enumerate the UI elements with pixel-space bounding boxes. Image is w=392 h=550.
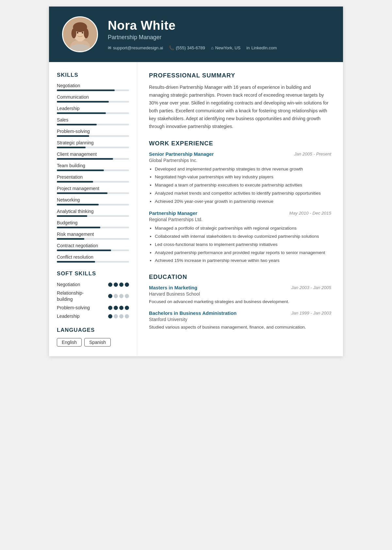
skill-item: Contract negotiation bbox=[57, 243, 129, 251]
svg-point-7 bbox=[77, 32, 78, 34]
skill-item: Problem-solving bbox=[57, 129, 129, 137]
dot bbox=[119, 314, 123, 318]
skill-name: Negotiation bbox=[57, 83, 129, 88]
skill-name: Problem-solving bbox=[57, 129, 129, 134]
skill-bar bbox=[57, 192, 129, 194]
edu-header: Bachelors in Business Administration Jan… bbox=[149, 311, 331, 316]
skill-item: Analytical thinking bbox=[57, 209, 129, 217]
skill-name: Networking bbox=[57, 197, 129, 202]
skill-item: Leadership bbox=[57, 106, 129, 114]
skill-bar bbox=[57, 261, 129, 263]
skill-bar bbox=[57, 124, 129, 125]
job-bullet: Managed a team of partnership executives… bbox=[155, 182, 331, 189]
skill-name: Project management bbox=[57, 186, 129, 191]
job-header: Partnership Manager May 2010 - Dec 2015 bbox=[149, 211, 331, 216]
main-content: PROFESSIONAL SUMMARY Results-driven Part… bbox=[137, 62, 343, 356]
skill-name: Presentation bbox=[57, 174, 129, 180]
dots-wrap bbox=[108, 314, 129, 318]
location-icon: ⌂ bbox=[211, 45, 214, 50]
skill-bar bbox=[57, 227, 129, 228]
job-entry: Partnership Manager May 2010 - Dec 2015 … bbox=[149, 211, 331, 264]
skill-name: Client management bbox=[57, 152, 129, 157]
contact-location: ⌂ NewYork, US bbox=[211, 45, 240, 50]
header-contacts: ✉ support@resumedesign.ai 📞 (555) 345-67… bbox=[108, 45, 277, 50]
job-company: Regional Partnerships Ltd. bbox=[149, 217, 331, 222]
job-header: Senior Partnership Manager Jan 2005 - Pr… bbox=[149, 152, 331, 157]
skill-bar-fill bbox=[57, 261, 95, 263]
linkedin-icon: in bbox=[246, 45, 250, 50]
svg-point-8 bbox=[82, 32, 83, 34]
edu-dates: Jan 2003 - Jan 2005 bbox=[291, 285, 331, 290]
job-company: Global Partnerships Inc. bbox=[149, 158, 331, 163]
header-info: Nora White Partnership Manager ✉ support… bbox=[108, 18, 277, 50]
dot bbox=[108, 294, 112, 298]
education-entry: Masters in Marketing Jan 2003 - Jan 2005… bbox=[149, 285, 331, 305]
email-icon: ✉ bbox=[108, 45, 111, 50]
job-dates: Jan 2005 - Present bbox=[294, 152, 331, 156]
skill-bar bbox=[57, 181, 129, 183]
jobs-list: Senior Partnership Manager Jan 2005 - Pr… bbox=[149, 152, 331, 265]
skill-bar-fill bbox=[57, 170, 104, 171]
dots-wrap bbox=[108, 294, 129, 298]
edu-degree: Bachelors in Business Administration bbox=[149, 311, 237, 316]
skill-name: Leadership bbox=[57, 106, 129, 111]
skill-bar-fill bbox=[57, 135, 89, 137]
dot bbox=[119, 306, 123, 310]
job-bullet: Collaborated with internal stakeholders … bbox=[155, 233, 331, 240]
summary-section-title: PROFESSIONAL SUMMARY bbox=[149, 72, 331, 79]
job-bullet: Achieved 20% year-over-year growth in pa… bbox=[155, 198, 331, 205]
skill-bar bbox=[57, 204, 129, 205]
dots-wrap bbox=[108, 283, 129, 287]
skill-name: Analytical thinking bbox=[57, 209, 129, 214]
phone-icon: 📞 bbox=[169, 45, 174, 50]
skill-name: Risk management bbox=[57, 232, 129, 237]
job-bullet: Analyzed partnership performance and pro… bbox=[155, 249, 331, 256]
education-entry: Bachelors in Business Administration Jan… bbox=[149, 311, 331, 331]
job-bullets: Managed a portfolio of strategic partner… bbox=[149, 225, 331, 264]
job-bullets: Developed and implemented partnership st… bbox=[149, 166, 331, 205]
skill-item: Client management bbox=[57, 152, 129, 160]
skill-bar-fill bbox=[57, 112, 106, 114]
soft-skill-item: Relationship-building bbox=[57, 290, 129, 302]
job-title: Partnership Manager bbox=[149, 211, 197, 216]
dot bbox=[108, 306, 112, 310]
soft-skill-name: Problem-solving bbox=[57, 305, 90, 311]
job-bullet: Developed and implemented partnership st… bbox=[155, 166, 331, 173]
skill-item: Networking bbox=[57, 197, 129, 205]
skill-item: Negotiation bbox=[57, 83, 129, 91]
skill-bar-fill bbox=[57, 158, 113, 160]
dot bbox=[114, 314, 118, 318]
skill-bar bbox=[57, 112, 129, 114]
dot bbox=[108, 314, 112, 318]
languages-list: EnglishSpanish bbox=[57, 338, 129, 347]
edu-desc: Studied various aspects of business mana… bbox=[149, 324, 331, 331]
skill-name: Sales bbox=[57, 117, 129, 122]
skill-bar bbox=[57, 170, 129, 171]
skill-bar-fill bbox=[57, 204, 99, 205]
skill-bar bbox=[57, 215, 129, 217]
skill-item: Presentation bbox=[57, 174, 129, 183]
dot bbox=[125, 314, 129, 318]
svg-point-5 bbox=[72, 28, 76, 38]
dot bbox=[119, 294, 123, 298]
soft-skill-item: Leadership bbox=[57, 313, 129, 319]
skill-name: Communication bbox=[57, 94, 129, 100]
skill-name: Conflict resolution bbox=[57, 254, 129, 260]
soft-skill-item: Negotiation bbox=[57, 282, 129, 287]
skill-bar bbox=[57, 147, 129, 148]
job-entry: Senior Partnership Manager Jan 2005 - Pr… bbox=[149, 152, 331, 205]
body: SKILLS Negotiation Communication Leaders… bbox=[49, 62, 343, 356]
job-dates: May 2010 - Dec 2015 bbox=[289, 211, 331, 216]
dot bbox=[125, 306, 129, 310]
languages-section-title: LANGUAGES bbox=[57, 327, 129, 333]
dot bbox=[114, 294, 118, 298]
edu-degree: Masters in Marketing bbox=[149, 285, 197, 290]
skill-bar-fill bbox=[57, 89, 115, 91]
soft-skill-name: Leadership bbox=[57, 313, 80, 319]
svg-point-6 bbox=[84, 28, 89, 38]
soft-skill-name: Relationship-building bbox=[57, 290, 99, 302]
education-section-title: EDUCATION bbox=[149, 273, 331, 281]
skill-item: Strategic planning bbox=[57, 140, 129, 148]
job-bullet: Analyzed market trends and competitor ac… bbox=[155, 190, 331, 197]
sidebar: SKILLS Negotiation Communication Leaders… bbox=[49, 62, 137, 356]
